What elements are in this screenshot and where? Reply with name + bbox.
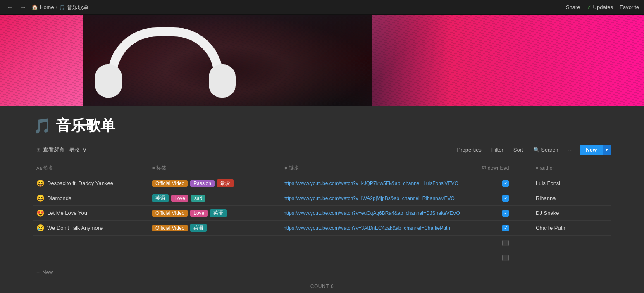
empty-checkbox-1[interactable] (502, 240, 509, 246)
song-emoji-0: 😄 (36, 179, 45, 187)
th-text-icon: Aa (36, 166, 42, 171)
checkbox-3[interactable]: ✓ (502, 225, 509, 231)
sort-button[interactable]: Sort (511, 145, 526, 155)
favorite-button[interactable]: Favorite (620, 4, 639, 10)
tag-1-0[interactable]: 英语 (152, 194, 169, 202)
breadcrumb-separator: / (56, 4, 57, 10)
table-row: 😢 We Don't Talk Anymore Official Video 英… (33, 221, 611, 236)
song-emoji-2: 😍 (36, 209, 45, 217)
filter-button[interactable]: Filter (489, 145, 506, 155)
empty-cell-download-1 (479, 237, 532, 249)
more-button[interactable]: ··· (565, 145, 575, 155)
page-music-icon: 🎵 (33, 117, 52, 135)
checkbox-1[interactable]: ✓ (502, 195, 509, 202)
empty-checkbox-wrapper-1 (482, 240, 529, 246)
checkbox-wrapper-3: ✓ (482, 225, 529, 231)
tags-container-3: Official Video 英语 (152, 224, 208, 232)
headphone-right-pad (209, 64, 236, 98)
cell-extra-3 (599, 226, 611, 231)
search-button[interactable]: 🔍 Search (531, 145, 561, 155)
toolbar: ⊞ 查看所有 - 表格 ∨ Properties Filter Sort 🔍 S… (33, 144, 611, 155)
song-name-3: We Don't Talk Anymore (47, 225, 103, 231)
cell-extra-1 (599, 196, 611, 201)
empty-cell-author-1 (532, 241, 599, 245)
song-name-2: Let Me Love You (47, 210, 87, 216)
cell-link-0[interactable]: https://www.youtube.com/watch?v=kJQP7kiw… (280, 178, 479, 189)
top-bar: ← → 🏠 Home / 🎵 音乐歌单 Share ✓ Updates Favo… (0, 0, 644, 15)
song-name-0: Despacito ft. Daddy Yankee (47, 180, 113, 186)
col-header-add[interactable]: + (599, 163, 611, 173)
th-link-icon: ⊕ (284, 165, 287, 171)
empty-row-2 (33, 250, 611, 265)
empty-cell-download-2 (479, 252, 532, 264)
author-2: DJ Snake (536, 210, 559, 216)
cell-songname-0[interactable]: 😄 Despacito ft. Daddy Yankee (33, 177, 149, 190)
tags-container-1: 英语 Love sad (152, 194, 207, 202)
updates-button[interactable]: ✓ Updates (587, 4, 613, 10)
th-author-label: author (540, 165, 554, 171)
page-title: 音乐歌单 (56, 116, 115, 136)
cell-tags-2: Official Video Love 英语 (149, 207, 280, 219)
tag-3-0[interactable]: Official Video (152, 225, 188, 231)
cell-link-2[interactable]: https://www.youtube.com/watch?v=euCqAq6B… (280, 208, 479, 219)
empty-cell-link-2 (280, 255, 479, 260)
new-button[interactable]: New (580, 145, 603, 155)
properties-button[interactable]: Properties (455, 145, 484, 155)
tag-1-2[interactable]: sad (191, 195, 205, 202)
col-header-link: ⊕ 链接 (280, 163, 479, 173)
breadcrumb-current-page: 音乐歌单 (67, 4, 88, 11)
hero-headphone (83, 19, 248, 102)
toolbar-right: Properties Filter Sort 🔍 Search ··· New … (455, 145, 611, 155)
tag-0-1[interactable]: Passion (190, 180, 215, 187)
table-row: 😍 Let Me Love You Official Video Love 英语… (33, 206, 611, 221)
tag-2-2[interactable]: 英语 (210, 209, 227, 217)
count-label: COUNT (310, 283, 329, 289)
checkbox-0[interactable]: ✓ (502, 180, 509, 187)
cell-download-3: ✓ (479, 222, 532, 234)
tags-container-2: Official Video Love 英语 (152, 209, 228, 217)
share-button[interactable]: Share (566, 4, 580, 10)
cell-extra-0 (599, 181, 611, 186)
table-row: 😄 Diamonds 英语 Love sad https://www.youtu… (33, 191, 611, 206)
count-bar: COUNT 6 (33, 279, 611, 293)
song-emoji-3: 😢 (36, 224, 45, 232)
tag-3-1[interactable]: 英语 (190, 224, 207, 232)
empty-cell-author-2 (532, 255, 599, 260)
headphone-band (107, 27, 223, 77)
checkbox-wrapper-1: ✓ (482, 195, 529, 202)
th-link-label: 链接 (289, 164, 299, 172)
search-label: Search (541, 147, 558, 153)
headphone-left-pad (95, 64, 122, 98)
tag-1-1[interactable]: Love (171, 195, 188, 202)
data-table: Aa 歌名 ≡ 标签 ⊕ 链接 ☑ download ≡ author + (33, 160, 611, 293)
nav-forward-button[interactable]: → (18, 3, 28, 12)
new-row[interactable]: + New (33, 265, 611, 279)
tag-2-1[interactable]: Love (190, 210, 208, 217)
top-bar-left: ← → 🏠 Home / 🎵 音乐歌单 (5, 3, 88, 12)
author-1: Rihanna (536, 195, 556, 201)
checkbox-wrapper-2: ✓ (482, 210, 529, 217)
cell-download-0: ✓ (479, 178, 532, 189)
cell-author-0: Luis Fonsi (532, 178, 599, 189)
updates-label: Updates (593, 4, 613, 10)
top-bar-right: Share ✓ Updates Favorite (566, 4, 639, 10)
cell-songname-1[interactable]: 😄 Diamonds (33, 192, 149, 205)
cell-tags-3: Official Video 英语 (149, 222, 280, 234)
cell-author-1: Rihanna (532, 193, 599, 204)
cell-songname-2[interactable]: 😍 Let Me Love You (33, 207, 149, 219)
empty-checkbox-2[interactable] (502, 255, 509, 261)
view-arrow-icon: ∨ (83, 147, 87, 153)
breadcrumb-home[interactable]: Home (40, 4, 54, 10)
new-dropdown-button[interactable]: ▾ (603, 145, 611, 155)
th-songname-label: 歌名 (43, 164, 53, 172)
tag-0-2[interactable]: 最爱 (217, 179, 234, 187)
tag-2-0[interactable]: Official Video (152, 210, 188, 217)
view-selector[interactable]: ⊞ 查看所有 - 表格 ∨ (33, 144, 90, 155)
cell-songname-3[interactable]: 😢 We Don't Talk Anymore (33, 222, 149, 234)
cell-link-1[interactable]: https://www.youtube.com/watch?v=lWA2pjMj… (280, 193, 479, 204)
cell-link-3[interactable]: https://www.youtube.com/watch?v=3AtDnEC4… (280, 223, 479, 233)
tag-0-0[interactable]: Official Video (152, 180, 188, 187)
nav-back-button[interactable]: ← (5, 3, 15, 12)
link-url-2: https://www.youtube.com/watch?v=euCqAq6B… (284, 210, 460, 216)
checkbox-2[interactable]: ✓ (502, 210, 509, 217)
